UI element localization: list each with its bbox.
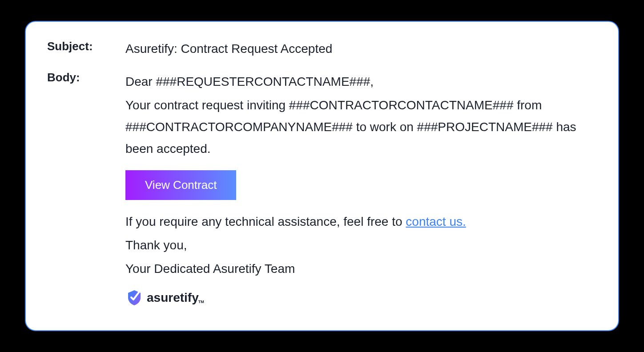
logo-text: asuretifyTM	[147, 287, 199, 308]
assist-text: If you require any technical assistance,…	[125, 211, 597, 232]
shield-check-icon	[125, 289, 143, 307]
email-template-card: Subject: Asuretify: Contract Request Acc…	[25, 21, 619, 331]
greeting-text: Dear ###REQUESTERCONTACTNAME###,	[125, 71, 597, 92]
team-signature: Your Dedicated Asuretify Team	[125, 258, 597, 280]
subject-row: Subject: Asuretify: Contract Request Acc…	[47, 40, 597, 58]
logo-tm: TM	[198, 299, 204, 306]
main-text: Your contract request inviting ###CONTRA…	[125, 94, 597, 160]
assist-prefix: If you require any technical assistance,…	[125, 215, 406, 228]
subject-value: Asuretify: Contract Request Accepted	[125, 40, 332, 58]
body-content: Dear ###REQUESTERCONTACTNAME###, Your co…	[125, 71, 597, 312]
subject-label: Subject:	[47, 40, 109, 58]
view-contract-button[interactable]: View Contract	[125, 170, 236, 200]
asuretify-logo: asuretifyTM	[125, 287, 597, 308]
body-label: Body:	[47, 71, 109, 312]
contact-us-link[interactable]: contact us.	[406, 215, 466, 228]
thank-you-text: Thank you,	[125, 234, 597, 256]
body-row: Body: Dear ###REQUESTERCONTACTNAME###, Y…	[47, 71, 597, 312]
